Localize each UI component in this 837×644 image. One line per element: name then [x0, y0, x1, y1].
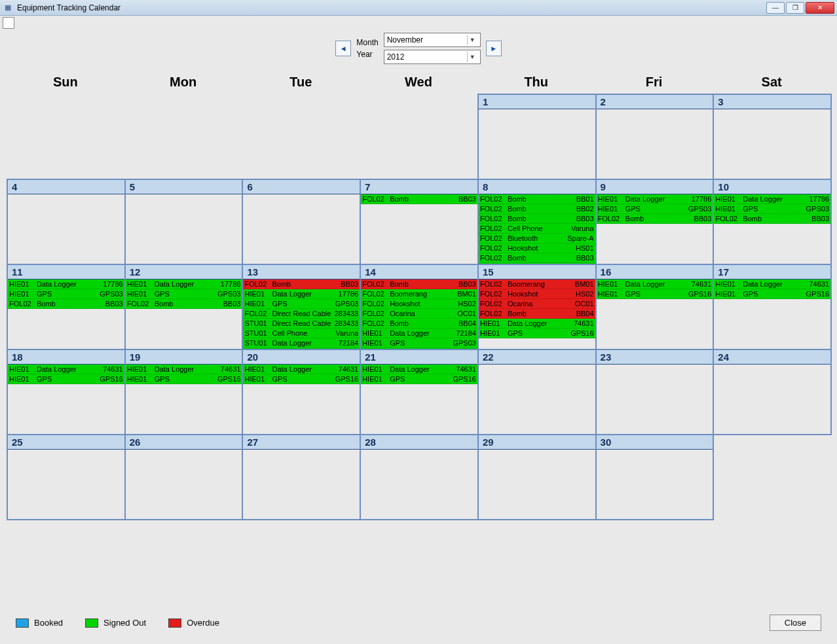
equipment-item[interactable]: HIE01Data Logger72184: [361, 329, 477, 338]
equipment-item[interactable]: FOL02HookshotHS02: [479, 289, 595, 299]
equipment-item[interactable]: HIE01Data Logger17786: [714, 194, 830, 204]
day-cell[interactable]: 16HIE01Data Logger74631HIE01GPSGPS16: [595, 264, 715, 350]
day-body[interactable]: [597, 365, 713, 434]
equipment-item[interactable]: HIE01Data Logger74631: [8, 365, 124, 374]
day-cell[interactable]: 17HIE01Data Logger74631HIE01GPSGPS16: [713, 264, 832, 350]
day-body[interactable]: HIE01Data Logger17786HIE01GPSGPS03FOL02B…: [714, 194, 830, 264]
day-body[interactable]: HIE01Data Logger74631HIE01GPSGPS16: [126, 365, 242, 434]
day-body[interactable]: [479, 450, 595, 519]
day-cell[interactable]: 8FOL02BombBB01FOL02BombBB02FOL02BombBB03…: [477, 179, 597, 265]
day-cell[interactable]: 24: [713, 349, 832, 435]
day-body[interactable]: [243, 450, 360, 519]
equipment-item[interactable]: HIE01Data Logger74631: [479, 319, 595, 329]
day-body[interactable]: [597, 109, 713, 179]
day-body[interactable]: HIE01Data Logger17786HIE01GPSGPS03FOL02B…: [8, 279, 124, 349]
equipment-item[interactable]: FOL02BombBB03: [8, 299, 124, 309]
equipment-item[interactable]: FOL02HookshotHS01: [479, 243, 595, 253]
equipment-item[interactable]: FOL02BluetoothSpare-A: [479, 234, 595, 243]
equipment-item[interactable]: HIE01Data Logger17786: [126, 279, 242, 289]
day-cell[interactable]: 7FOL02BombBB03: [360, 179, 479, 265]
day-body[interactable]: FOL02BoomerangBM01FOL02HookshotHS02FOL02…: [479, 279, 595, 349]
equipment-item[interactable]: STU01Direct Read Cable283433: [243, 319, 360, 329]
equipment-item[interactable]: HIE01GPSGPS03: [126, 289, 242, 299]
equipment-item[interactable]: FOL02OcarinaOC01: [479, 299, 595, 309]
day-cell[interactable]: 3: [713, 94, 832, 180]
equipment-item[interactable]: FOL02BombBB03: [479, 253, 595, 263]
day-cell[interactable]: 12HIE01Data Logger17786HIE01GPSGPS03FOL0…: [124, 264, 244, 350]
day-cell[interactable]: 10HIE01Data Logger17786HIE01GPSGPS03FOL0…: [713, 179, 832, 265]
equipment-item[interactable]: FOL02BombBB03: [126, 299, 242, 309]
day-body[interactable]: [8, 194, 124, 264]
day-body[interactable]: HIE01Data Logger74631HIE01GPSGPS16: [243, 365, 360, 434]
close-button[interactable]: Close: [770, 615, 821, 631]
day-cell[interactable]: 21HIE01Data Logger74631HIE01GPSGPS16: [360, 349, 479, 435]
day-body[interactable]: [479, 109, 595, 179]
equipment-item[interactable]: HIE01Data Logger74631: [126, 365, 242, 374]
close-window-button[interactable]: ✕: [806, 2, 834, 14]
equipment-item[interactable]: HIE01GPSGPS16: [597, 289, 713, 299]
day-cell[interactable]: 18HIE01Data Logger74631HIE01GPSGPS16: [7, 349, 126, 435]
next-month-button[interactable]: ►: [486, 41, 502, 56]
equipment-item[interactable]: FOL02BombBB01: [479, 194, 595, 204]
equipment-item[interactable]: FOL02BombBB04: [479, 309, 595, 319]
day-cell[interactable]: 11HIE01Data Logger17786HIE01GPSGPS03FOL0…: [7, 264, 126, 350]
day-body[interactable]: FOL02BombBB03: [361, 194, 477, 264]
equipment-item[interactable]: HIE01GPSGPS03: [597, 204, 713, 214]
day-body[interactable]: HIE01Data Logger74631HIE01GPSGPS16: [361, 365, 477, 434]
equipment-item[interactable]: HIE01GPSGPS16: [126, 374, 242, 384]
day-cell[interactable]: 19HIE01Data Logger74631HIE01GPSGPS16: [124, 349, 244, 435]
equipment-item[interactable]: FOL02BombBB02: [479, 204, 595, 214]
equipment-item[interactable]: HIE01GPSGPS16: [479, 329, 595, 338]
equipment-item[interactable]: HIE01GPSGPS03: [8, 289, 124, 299]
day-body[interactable]: HIE01Data Logger74631HIE01GPSGPS16: [8, 365, 124, 434]
equipment-item[interactable]: FOL02BombBB03: [597, 214, 713, 224]
day-cell[interactable]: 15FOL02BoomerangBM01FOL02HookshotHS02FOL…: [477, 264, 597, 350]
day-cell[interactable]: 30: [595, 434, 715, 520]
day-body[interactable]: [714, 365, 830, 434]
equipment-item[interactable]: HIE01Data Logger74631: [714, 279, 830, 289]
equipment-item[interactable]: HIE01Data Logger17786: [243, 289, 360, 299]
day-cell[interactable]: 29: [477, 434, 597, 520]
day-cell[interactable]: 26: [124, 434, 244, 520]
day-cell[interactable]: 13FOL02BombBB03HIE01Data Logger17786HIE0…: [242, 264, 361, 350]
equipment-item[interactable]: HIE01GPSGPS16: [243, 374, 360, 384]
day-cell[interactable]: 23: [595, 349, 715, 435]
day-body[interactable]: HIE01Data Logger17786HIE01GPSGPS03FOL02B…: [597, 194, 713, 264]
equipment-item[interactable]: HIE01Data Logger74631: [243, 365, 360, 374]
equipment-item[interactable]: STU01Data Logger72184: [243, 338, 360, 348]
equipment-item[interactable]: FOL02BombBB03: [479, 214, 595, 224]
day-cell[interactable]: 9HIE01Data Logger17786HIE01GPSGPS03FOL02…: [595, 179, 715, 265]
equipment-item[interactable]: HIE01GPSGPS03: [714, 204, 830, 214]
day-cell[interactable]: 25: [7, 434, 126, 520]
day-body[interactable]: [126, 194, 242, 264]
equipment-item[interactable]: FOL02HookshotHS02: [361, 299, 477, 309]
equipment-item[interactable]: FOL02Direct Read Cable283433: [243, 309, 360, 319]
day-cell[interactable]: 27: [242, 434, 361, 520]
day-cell[interactable]: 14FOL02BombBB03FOL02BoomerangBM01FOL02Ho…: [360, 264, 479, 350]
day-cell[interactable]: 4: [7, 179, 126, 265]
equipment-item[interactable]: FOL02BombBB03: [714, 214, 830, 224]
day-body[interactable]: [8, 450, 124, 519]
day-cell[interactable]: 6: [242, 179, 361, 265]
equipment-item[interactable]: HIE01GPSGPS16: [8, 374, 124, 384]
maximize-button[interactable]: ❐: [786, 2, 804, 14]
equipment-item[interactable]: FOL02Cell PhoneVaruna: [479, 224, 595, 234]
day-body[interactable]: [479, 365, 595, 434]
month-select[interactable]: November ▼: [384, 33, 481, 47]
equipment-item[interactable]: FOL02BoomerangBM01: [361, 289, 477, 299]
equipment-item[interactable]: HIE01GPSGPS16: [361, 374, 477, 384]
equipment-item[interactable]: HIE01Data Logger17786: [597, 194, 713, 204]
day-body[interactable]: [361, 450, 477, 519]
record-selector-icon[interactable]: [3, 17, 14, 29]
equipment-item[interactable]: HIE01Data Logger74631: [361, 365, 477, 374]
equipment-item[interactable]: FOL02BombBB03: [361, 279, 477, 289]
day-cell[interactable]: 1: [477, 94, 597, 180]
prev-month-button[interactable]: ◄: [335, 41, 351, 56]
equipment-item[interactable]: FOL02BombBB04: [361, 319, 477, 329]
minimize-button[interactable]: —: [766, 2, 785, 14]
day-cell[interactable]: 5: [124, 179, 244, 265]
year-select[interactable]: 2012 ▼: [384, 50, 481, 64]
equipment-item[interactable]: HIE01GPSGPS16: [714, 289, 830, 299]
day-body[interactable]: HIE01Data Logger74631HIE01GPSGPS16: [714, 279, 830, 349]
equipment-item[interactable]: FOL02BoomerangBM01: [479, 279, 595, 289]
